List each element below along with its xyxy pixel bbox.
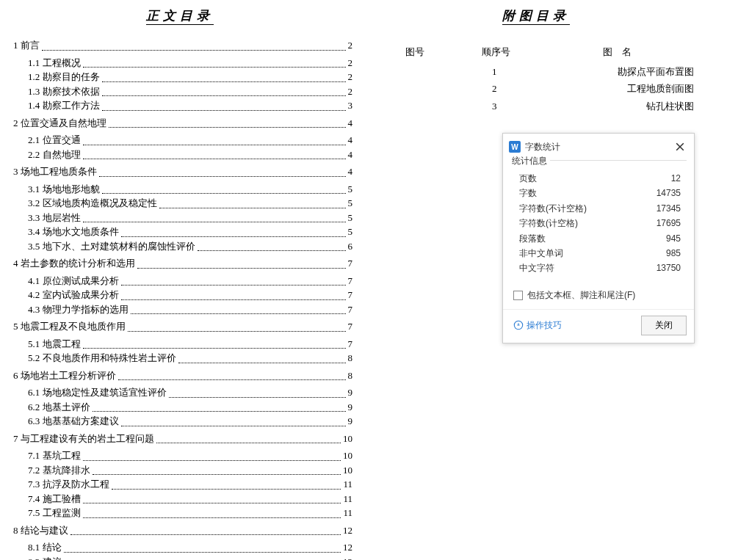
toc-entry-text: 建议 — [43, 555, 62, 561]
toc-entry[interactable]: 6.2 地基土评价9 — [7, 400, 352, 415]
checkbox-icon[interactable] — [513, 291, 523, 300]
toc-leader-dots — [102, 193, 346, 194]
toc-entry-text: 抗浮及防水工程 — [43, 477, 109, 492]
toc-leader-dots — [83, 348, 346, 349]
toc-entry-text: 场地水文地质条件 — [43, 225, 119, 239]
toc-entry[interactable]: 7.4 施工验槽11 — [7, 492, 352, 506]
toc-leader-dots — [102, 110, 346, 111]
toc-entry-number: 2.2 — [28, 148, 43, 162]
toc-entry[interactable]: 8 结论与建议12 — [7, 523, 352, 538]
toc-leader-dots — [83, 145, 346, 145]
toc-entry[interactable]: 7.1 基坑工程10 — [7, 448, 352, 463]
toc-entry-number: 5.1 — [28, 337, 43, 352]
toc-entry[interactable]: 5 地震工程及不良地质作用7 — [7, 319, 352, 334]
toc-entry-text: 室内试验成果分析 — [43, 288, 119, 302]
toc-entry-page: 9 — [348, 400, 353, 415]
toc-leader-dots — [83, 159, 346, 159]
toc-entry[interactable]: 3.3 地层岩性5 — [7, 211, 352, 225]
toc-entry-text: 施工验槽 — [43, 492, 81, 506]
toc-entry-page: 7 — [348, 274, 353, 288]
toc-entry-page: 6 — [348, 239, 353, 254]
tips-link[interactable]: 操作技巧 — [513, 319, 562, 332]
toc-entry[interactable]: 3.4 场地水文地质条件5 — [7, 225, 352, 239]
toc-entry-number: 6.2 — [28, 400, 43, 415]
toc-leader-dots — [109, 127, 346, 128]
toc-entry-text: 地震工程 — [43, 337, 81, 352]
toc-entry-page: 8 — [348, 368, 353, 383]
toc-leader-dots — [102, 95, 346, 96]
toc-entry-text: 地下水、土对建筑材料的腐蚀性评价 — [43, 239, 195, 254]
toc-entry[interactable]: 1.3 勘察技术依据2 — [7, 84, 352, 99]
toc-entry[interactable]: 6 场地岩土工程分析评价8 — [7, 368, 352, 383]
stat-row: 字数14735 — [519, 186, 681, 200]
toc-entry[interactable]: 5.2 不良地质作用和特殊性岩土评价8 — [7, 351, 352, 366]
toc-entry-text: 结论与建议 — [21, 523, 68, 538]
tips-label: 操作技巧 — [527, 319, 562, 332]
toc-entry-page: 11 — [343, 492, 352, 506]
toc-leader-dots — [70, 534, 341, 535]
toc-entry-page: 12 — [343, 540, 352, 555]
stat-value: 14735 — [656, 186, 681, 200]
close-button[interactable]: 关闭 — [641, 316, 687, 335]
close-icon[interactable] — [672, 139, 688, 155]
toc-entry-number: 1.4 — [28, 98, 43, 113]
dialog-title: 字数统计 — [525, 141, 672, 153]
toc-entry-page: 8 — [348, 351, 353, 366]
figure-cell-name: 工程地质剖面图 — [535, 80, 698, 97]
toc-entry-number: 5 — [13, 319, 21, 334]
stat-row: 字符数(不计空格)17345 — [519, 201, 681, 216]
include-textbox-checkbox[interactable]: 包括文本框、脚注和尾注(F) — [503, 282, 694, 309]
toc-entry-number: 8.1 — [28, 540, 43, 555]
toc-entry-number: 4.1 — [28, 274, 43, 288]
toc-entry[interactable]: 8.2 建议12 — [7, 555, 352, 561]
toc-leader-dots — [99, 176, 346, 177]
toc-entry-page: 5 — [348, 196, 353, 211]
stat-row: 字符数(计空格)17695 — [519, 216, 681, 230]
toc-entry[interactable]: 3.2 区域地质构造概况及稳定性5 — [7, 196, 352, 211]
toc-entry-number: 3.5 — [28, 239, 43, 254]
toc-entry[interactable]: 6.3 地基基础方案建议9 — [7, 414, 352, 429]
stat-value: 13750 — [656, 261, 681, 275]
toc-entry[interactable]: 1.4 勘察工作方法3 — [7, 98, 352, 113]
stat-key: 中文字符 — [519, 261, 554, 275]
toc-entry[interactable]: 3.1 场地地形地貌5 — [7, 182, 352, 197]
toc-entry-number: 7.4 — [28, 492, 43, 506]
toc-entry-number: 7.2 — [28, 463, 43, 478]
main-toc: 正文目录 1 前言21.1 工程概况21.2 勘察目的任务21.3 勘察技术依据… — [7, 7, 360, 560]
toc-entry[interactable]: 6.1 场地稳定性及建筑适宜性评价9 — [7, 385, 352, 400]
toc-entry-page: 7 — [348, 288, 353, 302]
toc-entry[interactable]: 4.3 物理力学指标的选用7 — [7, 302, 352, 317]
stat-value: 12 — [671, 171, 681, 186]
toc-entry[interactable]: 3 场地工程地质条件4 — [7, 164, 352, 179]
toc-entry-text: 物理力学指标的选用 — [43, 302, 129, 317]
toc-entry[interactable]: 1.2 勘察目的任务2 — [7, 70, 352, 84]
toc-entry[interactable]: 8.1 结论12 — [7, 540, 352, 555]
toc-entry-page: 5 — [348, 182, 353, 197]
toc-entry[interactable]: 2.1 位置交通4 — [7, 133, 352, 148]
figure-cell-order: 2 — [455, 80, 535, 97]
toc-entry[interactable]: 7.3 抗浮及防水工程11 — [7, 477, 352, 492]
toc-entry-page: 3 — [348, 98, 353, 113]
toc-entry[interactable]: 7.5 工程监测11 — [7, 506, 352, 520]
toc-entry[interactable]: 7 与工程建设有关的岩土工程问题10 — [7, 432, 352, 446]
stat-value: 985 — [666, 246, 681, 261]
toc-entry-text: 勘察工作方法 — [43, 98, 100, 113]
toc-entry[interactable]: 3.5 地下水、土对建筑材料的腐蚀性评价6 — [7, 239, 352, 254]
toc-entry[interactable]: 1 前言2 — [7, 38, 352, 53]
toc-entry-page: 7 — [348, 256, 353, 271]
toc-entry[interactable]: 2 位置交通及自然地理4 — [7, 116, 352, 131]
toc-entry[interactable]: 7.2 基坑降排水10 — [7, 463, 352, 478]
figure-cell-order: 3 — [455, 98, 535, 114]
toc-entry[interactable]: 1.1 工程概况2 — [7, 56, 352, 70]
stat-row: 页数12 — [519, 171, 681, 186]
toc-entry-text: 场地工程地质条件 — [21, 164, 97, 179]
toc-entry[interactable]: 5.1 地震工程7 — [7, 337, 352, 352]
toc-entry[interactable]: 4 岩土参数的统计分析和选用7 — [7, 256, 352, 271]
toc-entry-page: 12 — [343, 523, 352, 538]
toc-entry[interactable]: 2.2 自然地理4 — [7, 148, 352, 162]
toc-entry-page: 7 — [348, 337, 353, 352]
toc-entry-text: 地震工程及不良地质作用 — [21, 319, 126, 334]
toc-entry[interactable]: 4.1 原位测试成果分析7 — [7, 274, 352, 288]
toc-entry[interactable]: 4.2 室内试验成果分析7 — [7, 288, 352, 302]
toc-entry-page: 2 — [348, 84, 353, 99]
